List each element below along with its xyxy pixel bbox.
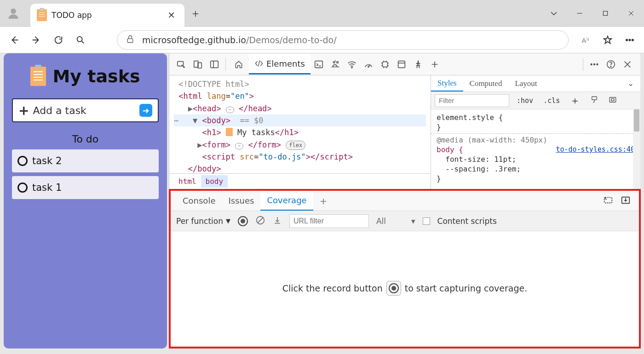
clipboard-icon: [226, 128, 233, 136]
task-label: task 2: [32, 155, 62, 166]
cls-toggle[interactable]: .cls: [540, 96, 563, 106]
add-task-input[interactable]: + Add a task ➜: [12, 98, 159, 122]
close-devtools-icon[interactable]: [619, 56, 636, 73]
svg-point-2: [77, 36, 82, 41]
svg-rect-24: [592, 97, 597, 100]
section-heading: To do: [4, 133, 167, 145]
page-title: My tasks: [52, 66, 140, 86]
url-text: microsoftedge.github.io/Demos/demo-to-do…: [142, 35, 337, 45]
tab-styles[interactable]: Styles: [431, 75, 463, 91]
content-scripts-checkbox[interactable]: [423, 217, 430, 225]
search-icon[interactable]: [71, 30, 90, 50]
task-checkbox[interactable]: [17, 156, 28, 166]
tab-welcome[interactable]: [229, 54, 249, 74]
lock-icon: [126, 34, 135, 46]
clipboard-icon: [37, 9, 47, 21]
favorite-icon[interactable]: [598, 30, 617, 50]
svg-point-23: [610, 66, 611, 66]
svg-point-6: [629, 39, 630, 40]
plus-icon: +: [18, 103, 29, 118]
svg-point-7: [632, 39, 633, 40]
profile-avatar[interactable]: [0, 0, 27, 26]
tab-coverage[interactable]: Coverage: [260, 191, 313, 211]
svg-point-0: [11, 8, 16, 14]
source-link[interactable]: to-do-styles.css:40: [556, 145, 635, 154]
close-tab-icon[interactable]: ✕: [165, 9, 178, 22]
new-rule-icon[interactable]: ＋: [567, 93, 583, 108]
address-bar[interactable]: microsoftedge.github.io/Demos/demo-to-do…: [117, 30, 569, 50]
clipboard-icon: [30, 67, 46, 86]
close-window-button[interactable]: [618, 10, 644, 17]
devtools-more-icon[interactable]: [586, 56, 603, 73]
tab-title: TODO app: [52, 11, 160, 20]
panel-layout-icon[interactable]: [206, 56, 223, 73]
drawer-expand-icon[interactable]: [621, 195, 631, 207]
tab-layout[interactable]: Layout: [508, 75, 543, 91]
forward-button[interactable]: [27, 30, 46, 50]
task-checkbox[interactable]: [17, 183, 28, 193]
add-task-placeholder: Add a task: [33, 105, 139, 116]
record-button[interactable]: [238, 216, 248, 226]
device-toggle-icon[interactable]: [190, 56, 206, 73]
crumb-html[interactable]: html: [174, 175, 201, 188]
refresh-button[interactable]: [49, 30, 68, 50]
tab-issues[interactable]: Issues: [222, 191, 260, 211]
sources-icon[interactable]: [327, 56, 344, 73]
paint-icon[interactable]: [587, 95, 601, 107]
drawer-dock-icon[interactable]: [603, 195, 613, 207]
help-icon[interactable]: [603, 56, 619, 73]
record-icon: [386, 281, 401, 296]
memory-icon[interactable]: [377, 56, 393, 73]
box-model-icon[interactable]: [606, 95, 620, 107]
read-aloud-icon[interactable]: A⁾⁾: [576, 30, 595, 50]
tab-elements[interactable]: Elements: [249, 54, 310, 74]
coverage-drawer: Console Issues Coverage ＋ Per function▼ …: [169, 189, 641, 348]
type-filter-select[interactable]: All▾: [376, 217, 415, 226]
styles-filter-input[interactable]: [435, 94, 509, 107]
lighthouse-icon[interactable]: [410, 56, 426, 73]
svg-rect-12: [315, 61, 323, 68]
browser-tab[interactable]: TODO app ✕: [30, 4, 184, 27]
export-icon[interactable]: [273, 216, 282, 227]
styles-expand-icon[interactable]: ⌄: [621, 75, 640, 91]
submit-task-button[interactable]: ➜: [139, 104, 152, 117]
svg-text:A⁾⁾: A⁾⁾: [582, 36, 589, 44]
tab-console[interactable]: Console: [176, 191, 222, 211]
devtools-panel: Elements <!DOCTYPE html> <html lang="en"…: [169, 53, 640, 348]
hov-toggle[interactable]: :hov: [514, 96, 536, 106]
url-filter-input[interactable]: [289, 214, 369, 228]
network-icon[interactable]: [344, 56, 360, 73]
inspect-icon[interactable]: [173, 56, 190, 73]
svg-rect-18: [398, 61, 405, 68]
svg-point-14: [337, 61, 339, 63]
tab-computed[interactable]: Computed: [463, 75, 509, 91]
rendered-page: My tasks + Add a task ➜ To do task 2 tas…: [4, 53, 167, 348]
svg-point-21: [597, 63, 598, 65]
styles-pane: Styles Computed Layout ⌄ :hov .cls ＋ ele…: [431, 75, 640, 189]
svg-rect-11: [211, 61, 218, 68]
chevron-down-icon[interactable]: [541, 9, 567, 18]
coverage-granularity-select[interactable]: Per function▼: [176, 217, 230, 226]
content-scripts-label: Content scripts: [437, 217, 497, 226]
more-tabs-icon[interactable]: [426, 56, 443, 73]
dom-tree[interactable]: <!DOCTYPE html> <html lang="en"> ▶<head>…: [169, 75, 431, 189]
add-drawer-tab-icon[interactable]: ＋: [318, 194, 329, 208]
new-tab-button[interactable]: ＋: [184, 0, 207, 26]
console-icon[interactable]: [310, 56, 327, 73]
crumb-body[interactable]: body: [201, 175, 228, 188]
task-item[interactable]: task 1: [12, 176, 159, 199]
clear-icon[interactable]: [255, 215, 265, 227]
task-item[interactable]: task 2: [12, 149, 159, 172]
minimize-button[interactable]: [567, 10, 592, 17]
back-button[interactable]: [5, 30, 24, 50]
coverage-empty-state: Click the record button to start capturi…: [171, 231, 639, 346]
svg-rect-3: [127, 39, 133, 42]
svg-point-13: [333, 61, 335, 63]
styles-scrollbar[interactable]: [633, 109, 640, 189]
maximize-button[interactable]: [592, 10, 618, 17]
breadcrumb[interactable]: html body: [169, 173, 431, 189]
performance-icon[interactable]: [360, 56, 377, 73]
more-icon[interactable]: [620, 30, 639, 50]
svg-rect-17: [382, 62, 387, 67]
application-icon[interactable]: [393, 56, 410, 73]
